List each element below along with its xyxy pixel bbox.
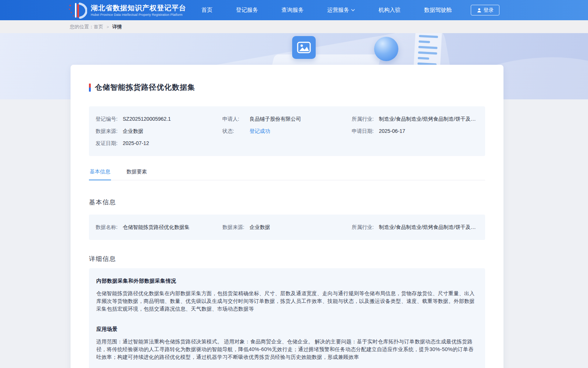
nav-label: 数据驾驶舱 (424, 7, 452, 14)
field-label: 发证日期: (96, 139, 123, 147)
field-value: 企业数据 (123, 127, 143, 135)
status-badge[interactable]: 登记成功 (250, 127, 270, 135)
field-status: 状态: 登记成功 (222, 127, 352, 135)
breadcrumb-home-link[interactable]: 首页 (94, 24, 103, 30)
doc-line (418, 52, 437, 55)
nav-item-registration-services[interactable]: 登记服务 (236, 7, 258, 14)
nav-label: 登记服务 (236, 7, 258, 14)
field-applicant: 申请人: 良品铺子股份有限公司 (222, 115, 352, 123)
field-label: 数据名称: (96, 223, 123, 231)
page-title-row: 仓储智能拣货路径优化数据集 (89, 82, 485, 92)
field-label: 所属行业: (352, 223, 379, 231)
nav-item-home[interactable]: 首页 (201, 7, 212, 14)
field-value: 企业数据 (250, 223, 270, 231)
field-value: 良品铺子股份有限公司 (250, 115, 301, 123)
title-accent-bar (89, 84, 91, 92)
basic-info-panel: 数据名称: 仓储智能拣货路径优化数据集 数据来源: 企业数据 所属行业: 制造业… (89, 215, 485, 240)
breadcrumb-separator: > (107, 25, 109, 29)
basic-info-heading: 基本信息 (89, 198, 485, 206)
brand-title: 湖北省数据知识产权登记平台 (91, 4, 186, 12)
brand[interactable]: 湖北省数据知识产权登记平台 Hubei Province Data Intell… (68, 2, 191, 19)
doc-line (419, 40, 430, 43)
field-data-source: 数据来源: 企业数据 (222, 223, 352, 231)
field-value: 制造业/食品制造业/焙烤食品制造/饼干及… (379, 223, 476, 231)
detail-section-title: 内部数据采集和外部数据采集情况 (96, 278, 478, 284)
detail-info-heading: 详细信息 (89, 255, 485, 263)
doc-line (418, 46, 437, 49)
field-data-source: 数据来源: 企业数据 (96, 127, 222, 135)
user-icon (477, 8, 482, 13)
login-button[interactable]: 登录 (471, 5, 499, 15)
breadcrumb-prefix: 您的位置： (70, 24, 94, 30)
main-nav: 首页 登记服务 查询服务 运营服务 机构入驻 数据驾驶舱 (201, 7, 452, 14)
doc-line (418, 57, 429, 60)
field-label: 数据来源: (96, 127, 123, 135)
nav-label: 运营服务 (327, 7, 349, 14)
field-value: 2025-07-12 (123, 139, 149, 147)
nav-item-data-dashboard[interactable]: 数据驾驶舱 (424, 7, 452, 14)
detail-content-card: 仓储智能拣货路径优化数据集 登记编号: SZ2025120005962.1 数据… (71, 65, 503, 368)
field-label: 数据来源: (222, 223, 250, 231)
registration-summary-panel: 登记编号: SZ2025120005962.1 数据来源: 企业数据 发证日期:… (89, 106, 485, 156)
field-value: 制造业/食品制造业/焙烤食品制造/饼干及… (379, 115, 476, 123)
field-label: 状态: (222, 127, 250, 135)
nav-label: 首页 (201, 7, 212, 14)
summary-column-3: 所属行业: 制造业/食品制造业/焙烤食品制造/饼干及… 申请日期: 2025-0… (352, 115, 478, 147)
page-title: 仓储智能拣货路径优化数据集 (95, 82, 195, 92)
detail-section-title: 应用场景 (96, 326, 478, 333)
breadcrumb-current: 详情 (112, 24, 122, 30)
top-navbar: 湖北省数据知识产权登记平台 Hubei Province Data Intell… (0, 0, 588, 20)
chevron-down-icon (351, 9, 355, 11)
banner-sphere-illustration (374, 37, 398, 61)
nav-label: 机构入驻 (379, 7, 401, 14)
field-industry: 所属行业: 制造业/食品制造业/焙烤食品制造/饼干及… (352, 115, 478, 123)
nav-item-query-services[interactable]: 查询服务 (282, 7, 304, 14)
login-label: 登录 (484, 7, 494, 14)
tab-data-elements[interactable]: 数据要素 (126, 169, 148, 180)
banner-image-card-illustration (292, 36, 316, 59)
tab-basic-info[interactable]: 基本信息 (89, 169, 111, 180)
summary-column-2: 申请人: 良品铺子股份有限公司 状态: 登记成功 (222, 115, 352, 147)
detail-tabs: 基本信息 数据要素 (89, 169, 485, 180)
nav-item-operation-services[interactable]: 运营服务 (327, 7, 355, 14)
field-issue-date: 发证日期: 2025-07-12 (96, 139, 222, 147)
field-industry: 所属行业: 制造业/食品制造业/焙烤食品制造/饼干及… (352, 223, 478, 231)
platform-logo-icon (68, 2, 87, 19)
detail-section-body: 仓储智能拣货路径优化数据集在内部数据采集方面，包括货架精确坐标、尺寸、层数及通道… (96, 290, 478, 313)
field-label: 登记编号: (96, 115, 123, 123)
field-apply-date: 申请日期: 2025-06-17 (352, 127, 478, 135)
field-label: 申请日期: (352, 127, 379, 135)
nav-label: 查询服务 (282, 7, 304, 14)
detail-section-body: 适用范围：通过智能算法重构仓储拣货路径决策模式。 适用对象：食品商贸企业、仓储企… (96, 338, 478, 361)
detail-section-data-collection: 内部数据采集和外部数据采集情况 仓储智能拣货路径优化数据集在内部数据采集方面，包… (96, 278, 478, 313)
field-value: 2025-06-17 (379, 127, 405, 135)
doc-line (419, 35, 438, 38)
field-label: 申请人: (222, 115, 250, 123)
field-value: 仓储智能拣货路径优化数据集 (123, 223, 190, 231)
nav-item-institution-onboarding[interactable]: 机构入驻 (379, 7, 401, 14)
field-value: SZ2025120005962.1 (123, 115, 171, 123)
summary-column-1: 登记编号: SZ2025120005962.1 数据来源: 企业数据 发证日期:… (96, 115, 222, 147)
picture-icon (297, 42, 311, 53)
field-data-name: 数据名称: 仓储智能拣货路径优化数据集 (96, 223, 222, 231)
field-label: 所属行业: (352, 115, 379, 123)
detail-info-panel: 内部数据采集和外部数据采集情况 仓储智能拣货路径优化数据集在内部数据采集方面，包… (89, 268, 485, 368)
brand-subtitle: Hubei Province Data Intellectual Propert… (91, 13, 186, 17)
field-registration-number: 登记编号: SZ2025120005962.1 (96, 115, 222, 123)
detail-section-application-scenario: 应用场景 适用范围：通过智能算法重构仓储拣货路径决策模式。 适用对象：食品商贸企… (96, 326, 478, 361)
breadcrumb: 您的位置： 首页 > 详情 (0, 20, 588, 33)
